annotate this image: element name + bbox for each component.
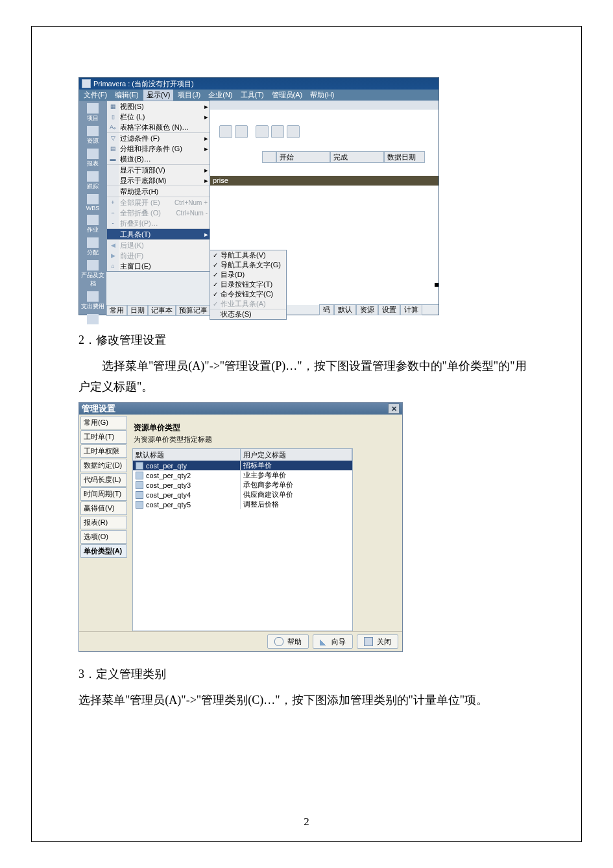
tab-options[interactable]: 选项(O) bbox=[80, 530, 127, 544]
back-icon: ◀ bbox=[107, 240, 119, 250]
menu-view[interactable]: 显示(V) bbox=[143, 90, 174, 101]
menu-item-show-top[interactable]: 显示于顶部(V)▸ bbox=[107, 165, 210, 175]
views-icon: ▦ bbox=[107, 101, 119, 112]
reports-icon bbox=[87, 149, 99, 159]
tab-code-length[interactable]: 代码长度(L) bbox=[80, 473, 127, 487]
col-finish[interactable]: 完成 bbox=[330, 152, 384, 163]
submenu-cmd-btn-text[interactable]: ✓命令按钮文字(C) bbox=[210, 289, 286, 299]
menu-item-filter[interactable]: ▽过滤条件 (F)▸ bbox=[107, 133, 210, 143]
tab-general[interactable]: 常用(G) bbox=[80, 416, 127, 429]
forward-icon: ▶ bbox=[107, 250, 119, 261]
main-window-icon: ⌂ bbox=[107, 261, 119, 271]
submenu-nav-toolbar[interactable]: ✓导航工具条(V) bbox=[210, 250, 286, 260]
tab-dates[interactable]: 日期 bbox=[127, 305, 148, 316]
menu-item-group[interactable]: ▤分组和排序条件 (G)▸ bbox=[107, 143, 210, 154]
window-title-bar: Primavera : (当前没有打开项目) bbox=[78, 77, 439, 90]
document-icon bbox=[136, 472, 143, 479]
menu-file[interactable]: 文件(F) bbox=[80, 90, 110, 101]
form-icon[interactable] bbox=[235, 125, 248, 138]
menu-edit[interactable]: 编辑(E) bbox=[112, 90, 142, 101]
tab-notebook[interactable]: 记事本 bbox=[148, 305, 176, 316]
menu-project[interactable]: 项目(J) bbox=[174, 90, 204, 101]
bcol-settings[interactable]: 设置 bbox=[378, 305, 400, 315]
menu-item-views[interactable]: ▦视图(S)▸ bbox=[107, 101, 210, 112]
admin-settings-screenshot: 管理设置 ✕ 常用(G) 工时单(T) 工时单权限(P) 数据约定(D) 代码长… bbox=[78, 402, 403, 652]
left-sidebar: 项目 资源 报表 跟踪 WBS 作业 分配 产品及文档 支出费用 临界值 bbox=[79, 101, 106, 315]
menu-item-collapse-all: −全部折叠 (O)Ctrl+Num - bbox=[107, 208, 210, 218]
grid-header-user[interactable]: 用户定义标题 bbox=[241, 449, 352, 461]
menu-item-toolbars[interactable]: 工具条(T)▸ bbox=[107, 229, 210, 239]
wbs-icon bbox=[87, 194, 99, 204]
sidebar-item-reports[interactable]: 报表 bbox=[79, 147, 106, 169]
sidebar-item-expenses[interactable]: 支出费用 bbox=[79, 289, 106, 312]
sidebar-item-wbs[interactable]: WBS bbox=[79, 192, 106, 213]
scroll-thumb[interactable] bbox=[435, 283, 439, 287]
bcol-resources[interactable]: 资源 bbox=[356, 305, 378, 315]
grid-row[interactable]: cost_per_qty3 承包商参考单价 bbox=[133, 480, 352, 490]
bcol-code[interactable]: 码 bbox=[319, 305, 334, 315]
tab-timesheet-perm[interactable]: 工时单权限(P) bbox=[80, 444, 127, 458]
tab-reports[interactable]: 报表(R) bbox=[80, 516, 127, 529]
menu-item-main-window[interactable]: ⌂主窗口(E) bbox=[107, 261, 210, 271]
step3-paragraph: 选择菜单"管理员(A)"->"管理类别(C)…"，按下图添加管理类别的"计量单位… bbox=[78, 690, 535, 710]
sidebar-item-activities[interactable]: 作业 bbox=[79, 213, 106, 235]
menu-item-bars[interactable]: ▬横道(B)… bbox=[107, 154, 210, 164]
menu-item-columns[interactable]: ▯栏位 (L)▸ bbox=[107, 112, 210, 122]
preferences-icon[interactable] bbox=[287, 125, 300, 138]
sidebar-item-docs[interactable]: 产品及文档 bbox=[79, 258, 106, 289]
panel-title: 资源单价类型 bbox=[132, 418, 402, 435]
document-icon bbox=[136, 462, 143, 470]
close-button[interactable]: ✕ bbox=[388, 404, 400, 414]
tab-budget-notes[interactable]: 预算记事 bbox=[176, 305, 211, 316]
tab-data-convention[interactable]: 数据约定(D) bbox=[80, 459, 127, 472]
grid-header-default[interactable]: 默认标题 bbox=[133, 449, 241, 461]
col-data-date[interactable]: 数据日期 bbox=[384, 152, 425, 163]
zoom-out-icon[interactable] bbox=[271, 125, 284, 138]
tab-earned-value[interactable]: 赢得值(V) bbox=[80, 501, 127, 515]
settings-panel: 资源单价类型 为资源单价类型指定标题 默认标题 用户定义标题 cost_per_… bbox=[128, 415, 402, 631]
zoom-in-icon[interactable] bbox=[256, 125, 269, 138]
panel-subtitle: 为资源单价类型指定标题 bbox=[132, 435, 402, 448]
submenu-activity-toolbar: ✓作业工具条(A) bbox=[210, 299, 286, 309]
grid-row[interactable]: cost_per_qty5 调整后价格 bbox=[133, 500, 352, 509]
tab-timesheet[interactable]: 工时单(T) bbox=[80, 430, 127, 444]
menu-item-fonts[interactable]: Aₐ表格字体和颜色 (N)… bbox=[107, 122, 210, 132]
filter-icon[interactable] bbox=[219, 125, 232, 138]
menu-item-hint[interactable]: 帮助提示(H) bbox=[107, 186, 210, 197]
sidebar-item-assign[interactable]: 分配 bbox=[79, 235, 106, 258]
submenu-status-bar[interactable]: 状态条(S) bbox=[210, 309, 286, 319]
tab-general[interactable]: 常用 bbox=[106, 305, 127, 316]
check-icon: ✓ bbox=[210, 260, 221, 270]
grid-row[interactable]: cost_per_qty2 业主参考单价 bbox=[133, 470, 352, 480]
settings-tabs: 常用(G) 工时单(T) 工时单权限(P) 数据约定(D) 代码长度(L) 时间… bbox=[79, 415, 128, 631]
check-icon: ✓ bbox=[210, 289, 221, 299]
docs-icon bbox=[87, 260, 99, 271]
bcol-default[interactable]: 默认 bbox=[334, 305, 356, 315]
menu-help[interactable]: 帮助(H) bbox=[307, 90, 337, 101]
step2-paragraph: 选择菜单"管理员(A)"->"管理设置(P)…"，按下图设置管理参数中的"单价类… bbox=[78, 356, 535, 397]
sidebar-item-resources[interactable]: 资源 bbox=[79, 124, 106, 147]
help-button[interactable]: 帮助 bbox=[267, 634, 309, 649]
close-button[interactable]: 关闭 bbox=[357, 634, 398, 649]
dialog-title: 管理设置 bbox=[82, 403, 115, 415]
wizard-button[interactable]: 向导 bbox=[313, 634, 353, 649]
view-toolbar bbox=[219, 125, 300, 138]
menu-tools[interactable]: 工具(T) bbox=[237, 90, 267, 101]
menu-item-forward: ▶前进(F) bbox=[107, 250, 210, 261]
col-start[interactable]: 开始 bbox=[276, 152, 330, 163]
menu-enterprise[interactable]: 企业(N) bbox=[205, 90, 235, 101]
window-title: Primavera : (当前没有打开项目) bbox=[93, 78, 194, 90]
tab-time-period[interactable]: 时间周期(T) bbox=[80, 487, 127, 501]
grid-row[interactable]: cost_per_qty4 供应商建议单价 bbox=[133, 490, 352, 500]
submenu-nav-toolbar-text[interactable]: ✓导航工具条文字(G) bbox=[210, 260, 286, 270]
submenu-directory-btn-text[interactable]: ✓目录按钮文字(T) bbox=[210, 280, 286, 289]
menu-item-show-bottom[interactable]: 显示于底部(M)▸ bbox=[107, 175, 210, 186]
grid-row[interactable]: cost_per_qty 招标单价 bbox=[133, 461, 352, 470]
sidebar-item-projects[interactable]: 项目 bbox=[79, 101, 106, 124]
tab-rate-types[interactable]: 单价类型(A) bbox=[80, 544, 127, 558]
step2-heading: 2．修改管理设置 bbox=[78, 330, 535, 350]
menu-admin[interactable]: 管理员(A) bbox=[269, 90, 306, 101]
submenu-directory[interactable]: ✓目录(D) bbox=[210, 270, 286, 280]
sidebar-item-tracking[interactable]: 跟踪 bbox=[79, 169, 106, 192]
bcol-calc[interactable]: 计算 bbox=[400, 305, 422, 315]
